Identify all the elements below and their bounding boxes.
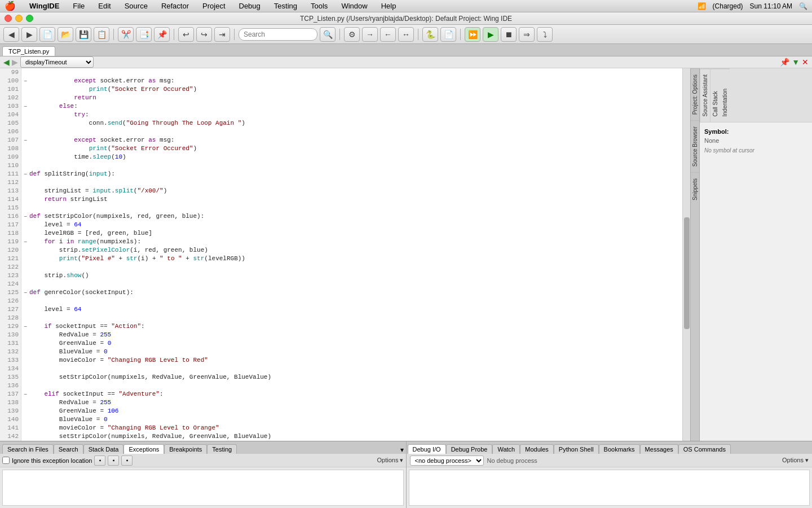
toolbar-indent[interactable]: ⇥	[214, 27, 230, 42]
nav-dropdown[interactable]: displayTimeout splitString setStripColor…	[20, 56, 94, 68]
vtab-indentation[interactable]: Indentation	[720, 68, 730, 122]
nav-pin-icon[interactable]: 📌	[780, 58, 789, 67]
fold-marker[interactable]: –	[24, 77, 29, 85]
btab-breakpoints[interactable]: Breakpoints	[164, 444, 207, 454]
small-btn-2[interactable]: ▪	[108, 456, 119, 466]
vtab-source-assistant[interactable]: Source Assistant	[700, 68, 710, 122]
vtab-project-options[interactable]: Project: Options	[691, 68, 699, 120]
bottom-left-options[interactable]: Options ▾	[377, 457, 404, 464]
toolbar-save-all[interactable]: 📋	[94, 27, 109, 42]
vtab-snippets[interactable]: Snippets	[691, 172, 699, 206]
toolbar-indent2[interactable]: ↔	[398, 27, 414, 42]
close-button[interactable]	[5, 15, 12, 22]
window-title: TCP_Listen.py (/Users/ryanjblajda/Deskto…	[300, 15, 512, 23]
bottom-tabs-scroll[interactable]: ▾	[400, 446, 404, 454]
btab-exceptions[interactable]: Exceptions	[123, 444, 164, 454]
nav-close-icon[interactable]: ✕	[802, 58, 809, 67]
toolbar-pdf[interactable]: 📄	[440, 27, 456, 42]
menu-window[interactable]: Window	[339, 2, 369, 10]
process-select[interactable]: <no debug process>	[410, 456, 484, 466]
brtab-modules[interactable]: Modules	[520, 444, 554, 454]
toolbar-forward[interactable]: ▶	[21, 27, 37, 42]
apple-menu[interactable]: 🍎	[5, 1, 16, 11]
line-num-111: 111	[0, 170, 21, 178]
ignore-checkbox[interactable]	[2, 457, 10, 464]
fold-marker[interactable]: –	[24, 102, 29, 111]
vtab-call-stack[interactable]: Call Stack	[710, 68, 720, 122]
minimize-button[interactable]	[15, 15, 23, 22]
toolbar-indent-right[interactable]: →	[362, 27, 378, 42]
toolbar-new[interactable]: 📄	[39, 27, 55, 42]
fold-marker[interactable]: –	[24, 238, 29, 246]
menu-wingide[interactable]: WingIDE	[27, 2, 61, 10]
file-tab-tcplisten[interactable]: TCP_Listen.py	[2, 46, 55, 56]
toolbar-save[interactable]: 💾	[76, 27, 91, 42]
toolbar-step-in[interactable]: ⤵	[537, 27, 553, 42]
line-num-105: 105	[0, 119, 21, 128]
brtab-messages[interactable]: Messages	[640, 444, 678, 454]
toolbar-indent-left[interactable]: ←	[380, 27, 396, 42]
nav-check-icon[interactable]: ▼	[792, 58, 800, 67]
search-icon-menu[interactable]: 🔍	[799, 2, 807, 10]
small-btn-3[interactable]: ▪	[121, 456, 133, 466]
small-btn-1[interactable]: ▪	[94, 456, 105, 466]
menu-refactor[interactable]: Refactor	[159, 2, 191, 10]
menu-edit[interactable]: Edit	[96, 2, 113, 10]
toolbar-stop[interactable]: ⏹	[501, 27, 517, 42]
line-num-137: 137	[0, 390, 21, 398]
code-line	[24, 314, 682, 322]
brtab-os-commands[interactable]: OS Commands	[678, 444, 731, 454]
toolbar-run-green[interactable]: ▶	[483, 27, 498, 42]
fold-marker[interactable]: –	[24, 170, 29, 178]
fold-marker[interactable]: –	[24, 390, 29, 398]
toolbar-back[interactable]: ◀	[3, 27, 19, 42]
menu-tools[interactable]: Tools	[308, 2, 330, 10]
toolbar-redo[interactable]: ↪	[196, 27, 212, 42]
toolbar-debug1[interactable]: ⚙	[344, 27, 360, 42]
toolbar-cut[interactable]: ✂️	[118, 27, 134, 42]
brtab-debug-probe[interactable]: Debug Probe	[446, 444, 493, 454]
brtab-python-shell[interactable]: Python Shell	[554, 444, 599, 454]
nav-back[interactable]: ◀	[3, 58, 10, 67]
ignore-checkbox-area: Ignore this exception location	[2, 457, 92, 464]
fold-marker[interactable]: –	[24, 288, 29, 297]
toolbar-search-btn[interactable]: 🔍	[320, 27, 336, 42]
toolbar-undo[interactable]: ↩	[178, 27, 194, 42]
vtab-source-browser[interactable]: Source Browser	[691, 120, 699, 172]
menu-testing[interactable]: Testing	[272, 2, 299, 10]
fold-marker[interactable]: –	[24, 322, 29, 331]
ignore-label: Ignore this exception location	[12, 457, 92, 464]
brtab-watch[interactable]: Watch	[492, 444, 520, 454]
menu-debug[interactable]: Debug	[237, 2, 263, 10]
brtab-debug-io[interactable]: Debug I/O	[408, 444, 446, 454]
symbol-assistant-panel: Symbol: None No symbol at cursor	[700, 122, 812, 159]
nav-forward[interactable]: ▶	[12, 58, 18, 67]
toolbar-step[interactable]: ⇒	[519, 27, 535, 42]
toolbar-py[interactable]: 🐍	[422, 27, 438, 42]
code-area[interactable]: – except socket.error as msg: print("Soc…	[21, 68, 682, 441]
menu-project[interactable]: Project	[200, 2, 227, 10]
toolbar-search-input[interactable]	[239, 28, 317, 41]
toolbar-copy[interactable]: 📑	[136, 27, 152, 42]
btab-search-in-files[interactable]: Search in Files	[2, 444, 54, 454]
toolbar-open[interactable]: 📂	[58, 27, 73, 42]
code-line: level = 64	[24, 221, 682, 229]
scrollbar[interactable]	[682, 68, 690, 441]
btab-testing[interactable]: Testing	[207, 444, 237, 454]
bottom-right-panel: Debug I/O Debug Probe Watch Modules Pyth…	[407, 441, 813, 508]
line-num-130: 130	[0, 331, 21, 339]
toolbar-paste[interactable]: 📌	[154, 27, 170, 42]
menu-help[interactable]: Help	[379, 2, 399, 10]
scroll-thumb[interactable]	[684, 217, 690, 329]
fold-marker[interactable]: –	[24, 212, 29, 221]
btab-search[interactable]: Search	[54, 444, 83, 454]
line-num-102: 102	[0, 94, 21, 102]
fold-marker[interactable]: –	[24, 136, 29, 144]
btab-stack-data[interactable]: Stack Data	[83, 444, 124, 454]
brtab-bookmarks[interactable]: Bookmarks	[599, 444, 640, 454]
menu-file[interactable]: File	[70, 2, 87, 10]
maximize-button[interactable]	[26, 15, 33, 22]
bottom-right-options[interactable]: Options ▾	[782, 457, 809, 464]
menu-source[interactable]: Source	[122, 2, 150, 10]
toolbar-run[interactable]: ⏩	[465, 27, 480, 42]
